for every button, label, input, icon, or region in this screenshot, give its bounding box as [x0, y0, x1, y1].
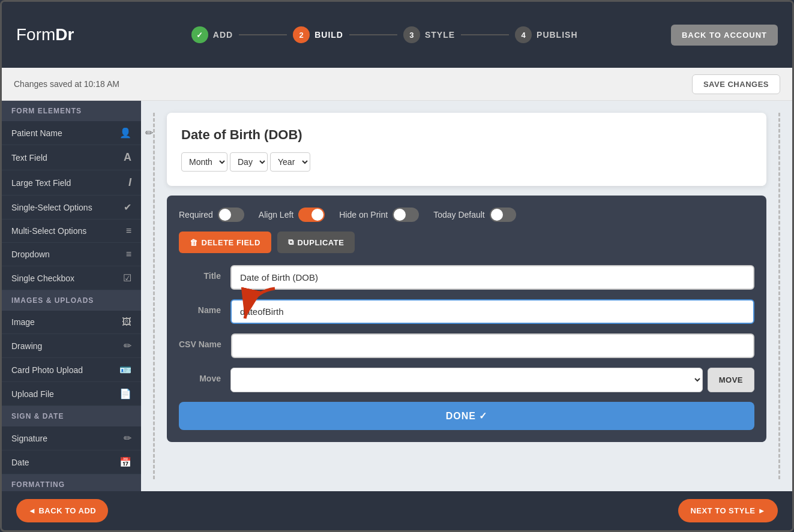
dropdown-icon: ≡ [126, 249, 131, 260]
sidebar-item-text-field[interactable]: Text Field A [2, 145, 141, 170]
sidebar-label-date: Date [11, 458, 29, 467]
check-circle-icon: ✔ [124, 202, 131, 213]
step-style[interactable]: 3 STYLE [403, 26, 455, 43]
back-to-account-button[interactable]: BACK TO ACCOUNT [671, 25, 778, 46]
align-left-toggle[interactable] [298, 208, 325, 222]
edit-pencil-icon[interactable]: ✏ [145, 127, 153, 139]
year-select[interactable]: Year [270, 152, 310, 172]
drawing-icon: ✏ [124, 340, 131, 351]
name-field-row: Name [179, 299, 754, 324]
day-select[interactable]: Day [230, 152, 268, 172]
sidebar-item-patient-name[interactable]: Patient Name 👤 [2, 121, 141, 145]
action-buttons: 🗑 DELETE FIELD ⧉ DUPLICATE [179, 232, 754, 253]
step-build-circle: 2 [293, 26, 310, 43]
delete-field-button[interactable]: 🗑 DELETE FIELD [179, 232, 271, 253]
checkbox-icon: ☑ [123, 272, 131, 284]
signature-icon: ✏ [124, 432, 131, 444]
title-input[interactable] [230, 265, 754, 290]
sidebar-item-image[interactable]: Image 🖼 [2, 311, 141, 334]
align-left-toggle-item: Align Left [259, 208, 325, 222]
sidebar-label-drawing: Drawing [11, 341, 42, 351]
step-add[interactable]: ✓ ADD [191, 26, 233, 43]
sidebar-label-image: Image [11, 317, 35, 327]
save-changes-button[interactable]: SAVE CHANGES [692, 74, 780, 94]
step-build[interactable]: 2 BUILD [293, 26, 343, 43]
sidebar-label-dropdown: Dropdown [11, 250, 50, 259]
step-publish-label: PUBLISH [537, 30, 577, 40]
back-to-add-button[interactable]: ◄ BACK TO ADD [16, 499, 108, 522]
sidebar-item-upload-file[interactable]: Upload File 📄 [2, 382, 141, 406]
sidebar: FORM ELEMENTS Patient Name 👤 Text Field … [2, 101, 141, 491]
hide-on-print-label: Hide on Print [339, 210, 388, 220]
required-toggle[interactable] [218, 208, 244, 222]
required-toggle-item: Required [179, 208, 244, 222]
step-add-label: ADD [213, 30, 233, 40]
step-publish[interactable]: 4 PUBLISH [515, 26, 577, 43]
sidebar-item-drawing[interactable]: Drawing ✏ [2, 334, 141, 358]
today-default-label: Today Default [433, 210, 485, 220]
sidebar-section-sign-date: SIGN & DATE [2, 406, 141, 426]
sidebar-label-single-checkbox: Single Checkbox [11, 273, 74, 283]
form-builder-area: ✏ Date of Birth (DOB) Month Day Year [153, 113, 780, 479]
sidebar-item-date[interactable]: Date 📅 [2, 450, 141, 474]
sidebar-label-upload-file: Upload File [11, 389, 54, 399]
top-nav: FormDr ✓ ADD 2 BUILD 3 STYLE 4 [2, 2, 792, 68]
csv-name-input[interactable] [231, 333, 754, 358]
sidebar-section-images-uploads: IMAGES & UPLOADS [2, 290, 141, 311]
toggle-row: Required Align Left Hide on Print T [179, 208, 754, 222]
trash-icon: 🗑 [190, 238, 198, 247]
sidebar-label-multi-select: Multi-Select Options [11, 226, 86, 236]
sidebar-label-signature: Signature [11, 434, 47, 443]
step-publish-circle: 4 [515, 26, 532, 43]
title-field-row: Title [179, 265, 754, 290]
duplicate-button[interactable]: ⧉ DUPLICATE [277, 232, 355, 253]
sidebar-item-single-checkbox[interactable]: Single Checkbox ☑ [2, 266, 141, 290]
main-content: FORM ELEMENTS Patient Name 👤 Text Field … [2, 101, 792, 491]
sidebar-item-large-text-field[interactable]: Large Text Field I [2, 170, 141, 196]
sidebar-item-multi-select[interactable]: Multi-Select Options ≡ [2, 220, 141, 243]
sidebar-label-large-text-field: Large Text Field [11, 178, 71, 188]
content-area: ✏ Date of Birth (DOB) Month Day Year [141, 101, 792, 491]
sidebar-item-card-photo-upload[interactable]: Card Photo Upload 🪪 [2, 358, 141, 382]
title-field-label: Title [179, 265, 221, 281]
step-line-3 [461, 34, 509, 35]
name-field-label: Name [179, 299, 221, 315]
month-select[interactable]: Month [181, 152, 227, 172]
dob-dropdowns: Month Day Year [181, 152, 752, 172]
sidebar-item-single-select[interactable]: Single-Select Options ✔ [2, 196, 141, 220]
duplicate-icon: ⧉ [288, 238, 294, 247]
today-default-toggle[interactable] [490, 208, 516, 222]
sidebar-item-dropdown[interactable]: Dropdown ≡ [2, 243, 141, 266]
text-a-icon: A [124, 151, 131, 164]
sidebar-label-text-field: Text Field [11, 153, 47, 163]
step-line-2 [349, 34, 397, 35]
list-icon: ≡ [126, 226, 131, 236]
sidebar-label-card-photo-upload: Card Photo Upload [11, 365, 83, 375]
move-select[interactable] [230, 368, 703, 392]
done-button[interactable]: DONE ✓ [179, 402, 754, 430]
upload-file-icon: 📄 [119, 388, 131, 399]
bottom-bar: ◄ BACK TO ADD NEXT TO STYLE ► [2, 491, 792, 530]
csv-name-field-label: CSV Name [179, 333, 221, 349]
sidebar-item-signature[interactable]: Signature ✏ [2, 426, 141, 450]
step-line-1 [239, 34, 287, 35]
hide-on-print-toggle[interactable] [392, 208, 419, 222]
hide-on-print-toggle-item: Hide on Print [339, 208, 419, 222]
person-icon: 👤 [119, 127, 131, 139]
settings-panel: Required Align Left Hide on Print T [167, 196, 766, 442]
sub-header: Changes saved at 10:18 AM SAVE CHANGES [2, 68, 792, 101]
duplicate-label: DUPLICATE [297, 238, 344, 247]
move-row: MOVE [230, 368, 754, 392]
step-build-label: BUILD [314, 30, 343, 40]
step-style-label: STYLE [425, 30, 455, 40]
sidebar-section-formatting: FORMATTING [2, 474, 141, 491]
step-add-circle: ✓ [191, 26, 208, 43]
move-button[interactable]: MOVE [708, 368, 754, 392]
today-default-toggle-item: Today Default [433, 208, 516, 222]
delete-field-label: DELETE FIELD [202, 238, 260, 247]
logo-dr: Dr [55, 25, 74, 44]
next-to-style-button[interactable]: NEXT TO STYLE ► [678, 499, 778, 522]
dob-card-title: Date of Birth (DOB) [181, 127, 752, 143]
name-input[interactable] [230, 299, 754, 324]
move-field-label: Move [179, 368, 221, 383]
